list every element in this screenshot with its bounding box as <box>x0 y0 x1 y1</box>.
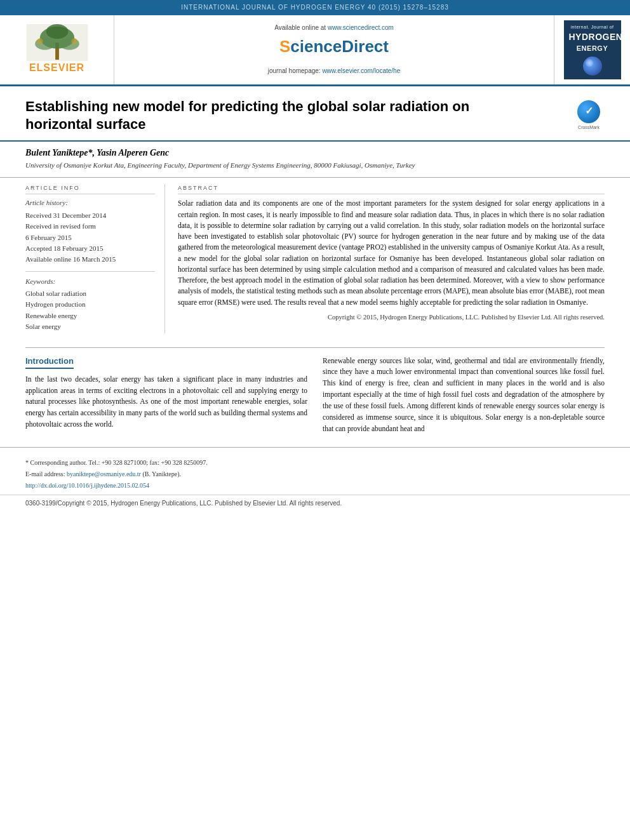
section-divider <box>25 347 605 348</box>
history-received1: Received 31 December 2014 <box>25 211 155 220</box>
history-received2-date: 6 February 2015 <box>25 233 155 243</box>
email-prefix: E-mail address: <box>25 470 67 477</box>
crossmark-badge: ✓ CrossMark <box>573 100 605 131</box>
elsevier-tree-icon <box>25 24 89 61</box>
keyword-2: Hydrogen production <box>25 300 155 309</box>
introduction-right-column: Renewable energy sources like solar, win… <box>323 356 605 435</box>
introduction-section: Introduction In the last two decades, so… <box>0 356 630 435</box>
journal-homepage-line: journal homepage: www.elsevier.com/locat… <box>268 67 400 76</box>
elsevier-brand-text: ELSEVIER <box>29 61 84 75</box>
sciencedirect-logo-text: cienceDirect <box>290 37 389 56</box>
doi-link[interactable]: http://dx.doi.org/10.1016/j.ijhydene.201… <box>25 482 149 489</box>
badge-line3: ENERGY <box>569 44 616 53</box>
badge-line2: HYDROGEN <box>569 32 616 42</box>
article-title: Establishing new model for predicting th… <box>25 98 533 134</box>
hydrogen-energy-badge: internat. Journal of HYDROGEN ENERGY <box>564 20 621 79</box>
footnote-doi-line: http://dx.doi.org/10.1016/j.ijhydene.201… <box>25 481 605 490</box>
keywords-label: Keywords: <box>25 271 155 286</box>
email-suffix: (B. Yaniktepe). <box>142 470 181 477</box>
abstract-text: Solar radiation data and its components … <box>178 198 605 308</box>
center-header-block: Available online at www.sciencedirect.co… <box>114 15 554 84</box>
affiliation-line: University of Osmaniye Korkut Ata, Engin… <box>25 161 605 170</box>
corresponding-author-text: * Corresponding author. Tel.: +90 328 82… <box>25 459 208 466</box>
footer-notes: * Corresponding author. Tel.: +90 328 82… <box>0 447 630 495</box>
crossmark-icon: ✓ <box>577 100 600 123</box>
svg-point-7 <box>71 38 77 44</box>
article-info-column: ARTICLE INFO Article history: Received 3… <box>25 184 165 333</box>
elsevier-logo-block: ELSEVIER <box>0 15 114 84</box>
page-header: ELSEVIER Available online at www.science… <box>0 15 630 86</box>
abstract-copyright: Copyright © 2015, Hydrogen Energy Public… <box>178 313 605 323</box>
article-history-label: Article history: <box>25 198 155 208</box>
journal-header-bar: INTERNATIONAL JOURNAL OF HYDROGEN ENERGY… <box>0 0 630 15</box>
abstract-label: ABSTRACT <box>178 184 605 195</box>
authors-section: Bulent Yaniktepe*, Yasin Alperen Genc Un… <box>0 142 630 173</box>
history-available: Available online 16 March 2015 <box>25 255 155 264</box>
keyword-3: Renewable energy <box>25 311 155 321</box>
introduction-right-text: Renewable energy sources like solar, win… <box>323 356 605 435</box>
svg-point-5 <box>46 24 68 39</box>
sciencedirect-logo: ScienceDirect <box>279 35 389 58</box>
available-online-text: Available online at www.sciencedirect.co… <box>274 23 394 32</box>
hydrogen-energy-logo-block: internat. Journal of HYDROGEN ENERGY <box>554 15 630 84</box>
sciencedirect-url[interactable]: www.sciencedirect.com <box>328 24 394 31</box>
article-title-section: Establishing new model for predicting th… <box>0 86 630 142</box>
svg-point-6 <box>37 38 43 44</box>
article-info-label: ARTICLE INFO <box>25 184 155 195</box>
crossmark-label: CrossMark <box>578 124 600 131</box>
authors-line: Bulent Yaniktepe*, Yasin Alperen Genc <box>25 147 605 159</box>
bottom-copyright-bar: 0360-3199/Copyright © 2015, Hydrogen Ene… <box>0 495 630 512</box>
introduction-left-column: Introduction In the last two decades, so… <box>25 356 307 435</box>
journal-title: INTERNATIONAL JOURNAL OF HYDROGEN ENERGY… <box>181 4 449 11</box>
authors-text: Bulent Yaniktepe*, Yasin Alperen Genc <box>25 148 169 157</box>
keyword-1: Global solar radiation <box>25 289 155 298</box>
two-column-section: ARTICLE INFO Article history: Received 3… <box>0 177 630 340</box>
introduction-left-text: In the last two decades, solar energy ha… <box>25 374 307 430</box>
footnote-email-line: E-mail address: byaniktepe@osmaniye.edu.… <box>25 469 605 479</box>
history-received2: Received in revised form <box>25 222 155 231</box>
journal-homepage-url[interactable]: www.elsevier.com/locate/he <box>322 67 400 74</box>
keyword-4: Solar energy <box>25 322 155 331</box>
footnote-corresponding: * Corresponding author. Tel.: +90 328 82… <box>25 458 605 467</box>
author-email[interactable]: byaniktepe@osmaniye.edu.tr <box>67 470 141 477</box>
introduction-heading: Introduction <box>25 356 74 369</box>
badge-line1: internat. Journal of <box>569 24 616 30</box>
history-accepted: Accepted 18 February 2015 <box>25 244 155 253</box>
hydrogen-badge-circle-icon <box>583 57 602 76</box>
abstract-column: ABSTRACT Solar radiation data and its co… <box>178 184 605 333</box>
